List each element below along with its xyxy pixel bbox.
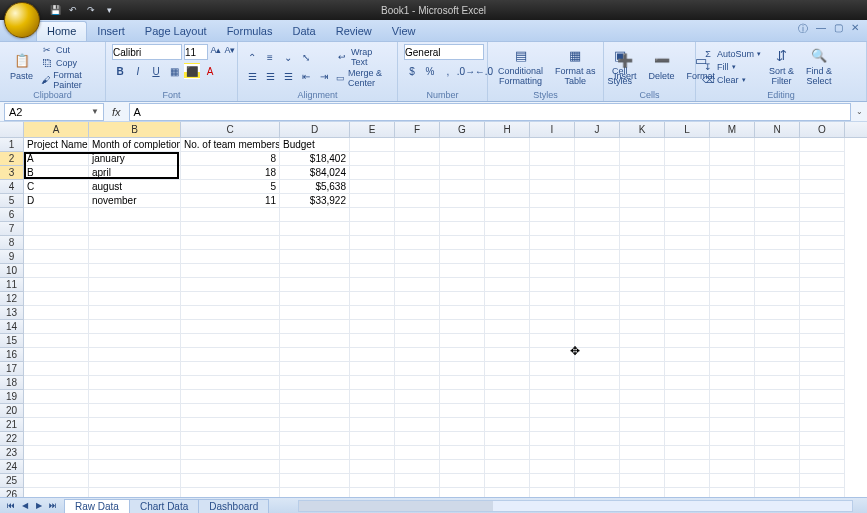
bold-button[interactable]: B [112,63,128,79]
row-header[interactable]: 5 [0,194,24,208]
cell[interactable] [530,292,575,306]
cell[interactable] [530,376,575,390]
cell[interactable]: 8 [181,152,280,166]
cell[interactable] [800,194,845,208]
cell[interactable] [665,362,710,376]
cell[interactable] [800,334,845,348]
align-top-icon[interactable]: ⌃ [244,50,260,66]
col-header-N[interactable]: N [755,122,800,137]
cell[interactable] [395,432,440,446]
cell[interactable] [575,404,620,418]
row-header[interactable]: 13 [0,306,24,320]
cell[interactable] [665,320,710,334]
cell[interactable] [710,348,755,362]
row-header[interactable]: 24 [0,460,24,474]
cell[interactable] [24,348,89,362]
cell[interactable] [530,460,575,474]
col-header-G[interactable]: G [440,122,485,137]
cell[interactable] [440,432,485,446]
cell[interactable] [440,250,485,264]
maximize-button[interactable]: ▢ [834,22,843,36]
tab-page-layout[interactable]: Page Layout [135,22,217,41]
cell[interactable] [620,180,665,194]
cell[interactable] [395,334,440,348]
cell[interactable] [440,236,485,250]
cell[interactable] [530,418,575,432]
cell[interactable] [280,362,350,376]
tab-review[interactable]: Review [326,22,382,41]
cell[interactable] [350,390,395,404]
cell[interactable] [755,250,800,264]
cell[interactable] [280,460,350,474]
cell[interactable] [710,236,755,250]
cell[interactable]: A [24,152,89,166]
col-header-O[interactable]: O [800,122,845,137]
cell[interactable] [710,320,755,334]
cell[interactable] [395,376,440,390]
cell[interactable] [575,236,620,250]
cell[interactable]: Month of completion [89,138,181,152]
cell[interactable] [620,474,665,488]
cell[interactable] [755,222,800,236]
cell[interactable] [710,264,755,278]
cell[interactable] [440,180,485,194]
cell[interactable] [575,362,620,376]
cell[interactable] [89,418,181,432]
row-header[interactable]: 25 [0,474,24,488]
cell[interactable] [395,474,440,488]
cell[interactable] [620,334,665,348]
copy-button[interactable]: ⿻Copy [41,57,99,69]
align-middle-icon[interactable]: ≡ [262,50,278,66]
cell[interactable] [755,180,800,194]
cell[interactable] [620,460,665,474]
cell[interactable] [800,348,845,362]
cell[interactable] [395,250,440,264]
cell[interactable] [710,208,755,222]
cell[interactable] [665,418,710,432]
horizontal-scrollbar[interactable] [298,500,853,512]
cell[interactable] [710,432,755,446]
cell[interactable] [440,138,485,152]
cell[interactable] [181,418,280,432]
row-header[interactable]: 14 [0,320,24,334]
cell[interactable]: $33,922 [280,194,350,208]
cell[interactable] [620,292,665,306]
cell[interactable] [440,376,485,390]
cell[interactable] [575,334,620,348]
cell[interactable] [350,460,395,474]
cell[interactable] [620,446,665,460]
shrink-font-icon[interactable]: A▾ [224,44,236,56]
cell[interactable] [89,264,181,278]
cell[interactable] [440,166,485,180]
cell[interactable] [800,460,845,474]
cell[interactable] [530,278,575,292]
cell[interactable] [24,432,89,446]
cell[interactable]: Project Name [24,138,89,152]
cell[interactable] [24,222,89,236]
italic-button[interactable]: I [130,63,146,79]
cell[interactable] [755,320,800,334]
cell[interactable] [755,264,800,278]
fill-button[interactable]: ↧Fill▾ [702,61,761,73]
cell[interactable] [485,152,530,166]
cell[interactable] [485,222,530,236]
cell[interactable] [755,390,800,404]
cell[interactable] [280,432,350,446]
cell[interactable] [575,348,620,362]
cell[interactable] [350,292,395,306]
cell[interactable] [530,152,575,166]
formula-input[interactable]: A [129,103,851,121]
cell[interactable] [350,376,395,390]
row-header[interactable]: 2 [0,152,24,166]
tab-formulas[interactable]: Formulas [217,22,283,41]
cell[interactable] [395,348,440,362]
cell[interactable] [280,418,350,432]
paste-button[interactable]: 📋 Paste [6,50,37,84]
cell[interactable] [24,446,89,460]
cell[interactable] [755,152,800,166]
cell[interactable] [620,390,665,404]
cell[interactable] [181,208,280,222]
cell[interactable] [530,306,575,320]
cell[interactable] [395,138,440,152]
cell[interactable] [89,306,181,320]
